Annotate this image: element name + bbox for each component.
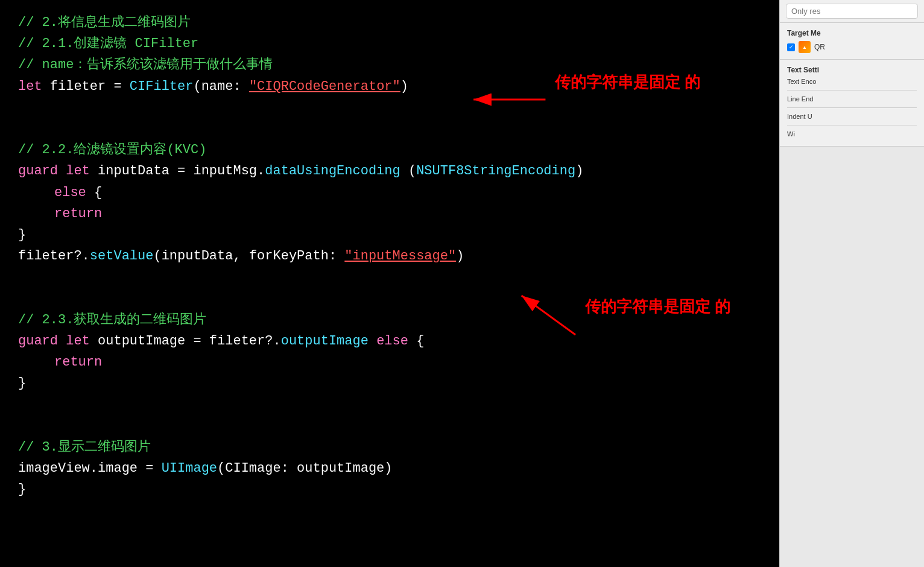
wrap-row: Wi (787, 130, 917, 138)
code-line-20 (18, 416, 761, 437)
qr-icon: ▲ (799, 41, 811, 53)
code-line-5 (18, 97, 761, 118)
panel-search-section (780, 0, 924, 23)
indent-using-row: Indent U (787, 113, 917, 120)
target-membership-section: Target Me ▲ QR (780, 23, 924, 60)
code-line-8: guard let inputData = inputMsg.dataUsing… (18, 160, 761, 182)
code-line-22: imageView.image = UIImage(CIImage: outpu… (18, 458, 761, 479)
qr-checkbox[interactable] (787, 43, 795, 51)
annotation-fixed-string-1: 传的字符串是固定 的 (555, 71, 700, 93)
text-encoding-label: Text Enco (787, 78, 816, 85)
code-editor: // 2.将信息生成二维码图片 // 2.1.创建滤镜 CIFilter // … (0, 0, 779, 567)
right-panel: Target Me ▲ QR Text Setti Text Enco Line… (779, 0, 924, 567)
code-line-2: // 2.1.创建滤镜 CIFilter (18, 33, 761, 54)
target-membership-label: Target Me (787, 29, 917, 37)
text-encoding-row: Text Enco (787, 78, 917, 85)
code-line-7: // 2.2.给滤镜设置内容(KVC) (18, 139, 761, 160)
code-line-21: // 3.显示二维码图片 (18, 437, 761, 458)
code-line-12: fileter?.setValue(inputData, forKeyPath:… (18, 245, 761, 267)
code-line-13 (18, 267, 761, 288)
code-line-1: // 2.将信息生成二维码图片 (18, 12, 761, 33)
search-input[interactable] (786, 4, 918, 19)
code-line-11: } (18, 224, 761, 245)
qr-label: QR (814, 43, 825, 51)
line-ending-label: Line End (787, 95, 813, 103)
qr-target-item: ▲ QR (787, 41, 917, 53)
code-line-16: guard let outputImage = fileter?.outputI… (18, 331, 761, 352)
indent-using-label: Indent U (787, 113, 812, 120)
text-settings-label: Text Setti (787, 66, 917, 74)
code-line-19 (18, 394, 761, 415)
text-settings-section: Text Setti Text Enco Line End Indent U W… (780, 60, 924, 147)
panel-empty-area (780, 147, 924, 567)
code-line-23: } (18, 479, 761, 500)
divider-3 (787, 125, 917, 125)
code-line-9: else { (18, 182, 761, 203)
code-line-10: return (18, 203, 761, 224)
line-ending-row: Line End (787, 95, 917, 103)
code-line-17: return (18, 352, 761, 373)
code-line-18: } (18, 373, 761, 394)
annotation-fixed-string-2: 传的字符串是固定 的 (585, 296, 730, 317)
divider-1 (787, 90, 917, 90)
divider-2 (787, 107, 917, 108)
wrap-label: Wi (787, 130, 795, 138)
code-line-6 (18, 118, 761, 139)
